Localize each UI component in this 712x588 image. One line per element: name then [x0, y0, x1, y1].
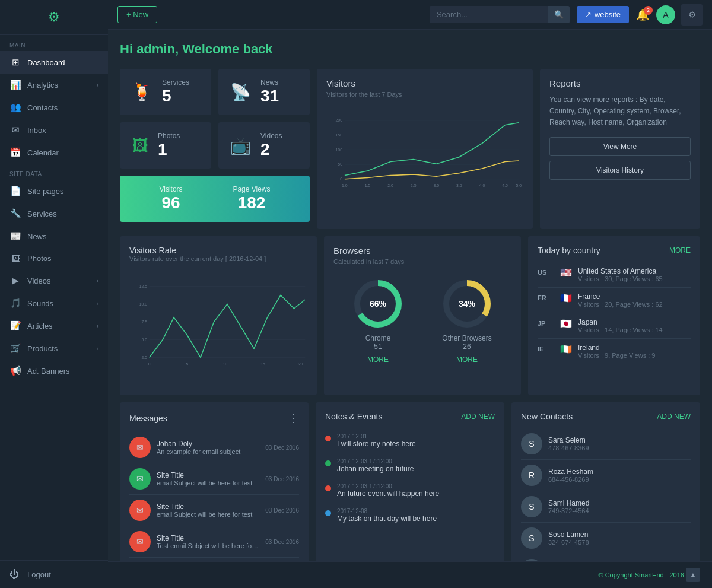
sidebar-item-label: Calendar: [27, 148, 98, 157]
contacts-icon: 👥: [9, 102, 21, 113]
sidebar-item-products[interactable]: 🛒 Products ›: [0, 337, 108, 360]
contact-item-4[interactable]: S Soso Lamen 324-674-4578: [521, 523, 691, 554]
country-more-button[interactable]: MORE: [669, 246, 691, 255]
svg-text:5.0: 5.0: [516, 183, 522, 187]
chrome-more-button[interactable]: MORE: [367, 355, 389, 364]
visitors-summary-value: 96: [159, 193, 182, 212]
contact-avatar-3: S: [521, 496, 542, 517]
message-item-3[interactable]: ✉ Site Title email Subject will be here …: [129, 495, 299, 526]
notes-title: Notes & Events: [325, 412, 383, 421]
bell-badge: 2: [644, 6, 653, 15]
sidebar-item-inbox[interactable]: ✉ Inbox: [0, 119, 108, 141]
country-code-jp: JP: [538, 320, 554, 327]
photos-icon: 🖼: [9, 253, 21, 263]
footer-text: © Copyright: [598, 571, 634, 579]
notifications-bell[interactable]: 🔔 2: [636, 8, 649, 21]
sidebar-item-videos[interactable]: ▶ Videos ›: [0, 269, 108, 292]
sidebar-item-calendar[interactable]: 📅 Calendar: [0, 141, 108, 164]
sidebar-item-label: Articles: [27, 322, 97, 330]
message-date-4: 03 Dec 2016: [265, 539, 299, 545]
sidebar-item-photos[interactable]: 🖼 Photos: [0, 247, 108, 269]
logout-icon: ⏻: [9, 569, 21, 580]
chrome-label: Chrome: [365, 334, 391, 342]
other-more-button[interactable]: MORE: [456, 355, 478, 364]
svg-text:20: 20: [298, 362, 303, 366]
svg-text:0: 0: [148, 362, 151, 366]
contact-item-1[interactable]: S Sara Selem 478-467-8369: [521, 428, 691, 460]
services-stat-card: 🍹 Services 5: [120, 69, 211, 115]
logout-button[interactable]: ⏻ Logout: [0, 560, 108, 588]
note-date-1: 2017-12-01: [337, 433, 416, 440]
visitors-chart-title: Visitors: [326, 78, 523, 88]
contact-item-5[interactable]: A Adam Ali 589-234-2342: [521, 554, 691, 561]
message-item-4[interactable]: ✉ Site Title Test email Subject will be …: [129, 526, 299, 558]
message-date-1: 03 Dec 2016: [265, 444, 299, 451]
svg-text:100: 100: [335, 148, 342, 152]
sidebar-item-label: Analytics: [27, 81, 97, 90]
svg-text:1.0: 1.0: [342, 183, 348, 187]
sidebar-item-site-pages[interactable]: 📄 Site pages: [0, 180, 108, 202]
visitors-rate-title: Visitors Rate: [129, 246, 307, 255]
note-date-4: 2017-12-08: [337, 508, 437, 514]
sidebar-item-ad-banners[interactable]: 📢 Ad. Banners: [0, 360, 108, 382]
sidebar-logo: ⚙: [0, 0, 108, 35]
analytics-icon: 📊: [9, 80, 21, 90]
chevron-right-icon: ›: [97, 82, 98, 88]
contacts-add-new-button[interactable]: ADD NEW: [657, 412, 691, 421]
sidebar-item-analytics[interactable]: 📊 Analytics ›: [0, 74, 108, 96]
svg-text:12.5: 12.5: [139, 284, 147, 288]
calendar-icon: 📅: [9, 147, 21, 158]
note-item-4: 2017-12-08 My task on that day will be h…: [325, 503, 495, 527]
sidebar-item-articles[interactable]: 📝 Articles ›: [0, 314, 108, 337]
search-button[interactable]: 🔍: [548, 6, 570, 23]
message-name-2: Site Title: [157, 471, 259, 479]
view-more-button[interactable]: View More: [549, 137, 691, 156]
message-item-1[interactable]: ✉ Johan Doly An example for email subjec…: [129, 432, 299, 463]
flag-ie: 🇮🇪: [560, 344, 572, 355]
browsers-subtitle: Calculated in last 7 days: [333, 258, 511, 265]
contact-phone-4: 324-674-4578: [548, 539, 589, 546]
chevron-right-icon: ›: [97, 323, 98, 329]
note-date-3: 2017-12-03 17:12:00: [337, 483, 439, 490]
new-contacts-card: New Contacts ADD NEW S Sara Selem 478-46…: [511, 402, 700, 561]
visitors-history-button[interactable]: Visitors History: [549, 161, 691, 180]
sidebar-item-sounds[interactable]: 🎵 Sounds ›: [0, 292, 108, 314]
messages-options-button[interactable]: ⋮: [288, 412, 299, 425]
svg-text:3.0: 3.0: [433, 183, 439, 187]
sidebar-item-contacts[interactable]: 👥 Contacts: [0, 96, 108, 119]
sidebar-item-dashboard[interactable]: ⊞ Dashboard: [0, 51, 108, 74]
message-body-2: Site Title email Subject will be here fo…: [157, 471, 259, 487]
visitors-rate-subtitle: Visitors rate over the current day [ 201…: [129, 255, 307, 262]
new-button[interactable]: + New: [117, 6, 157, 23]
notes-add-new-button[interactable]: ADD NEW: [461, 412, 495, 421]
sidebar-item-label: Products: [27, 344, 97, 353]
user-avatar[interactable]: A: [656, 5, 675, 24]
welcome-text: , Welcome back: [175, 42, 273, 56]
sidebar-item-services[interactable]: 🔧 Services: [0, 202, 108, 225]
sidebar-item-label: Site pages: [27, 187, 98, 196]
visitors-summary: Visitors 96: [159, 185, 182, 212]
svg-text:15: 15: [260, 362, 265, 366]
pageviews-summary-label: Page Views: [233, 185, 270, 193]
news-stat-icon: 📡: [230, 82, 251, 102]
sidebar-item-label: Photos: [27, 254, 98, 263]
contact-item-2[interactable]: R Roza Hesham 684-456-8269: [521, 460, 691, 491]
reports-card: Reports You can view more reports : By d…: [540, 69, 700, 229]
svg-text:2.5: 2.5: [142, 355, 148, 360]
contact-avatar-4: S: [521, 527, 542, 549]
message-avatar-1: ✉: [129, 437, 151, 458]
photos-stat-value: 1: [158, 140, 180, 159]
contact-item-3[interactable]: S Sami Hamed 749-372-4564: [521, 491, 691, 523]
svg-text:0: 0: [340, 177, 342, 181]
sidebar-item-news[interactable]: 📰 News: [0, 225, 108, 247]
message-name-4: Site Title: [157, 534, 259, 542]
scroll-up-button[interactable]: ▲: [686, 568, 700, 582]
search-input[interactable]: [430, 6, 548, 23]
flag-fr: 🇫🇷: [560, 293, 572, 304]
country-name-fr: France: [578, 293, 663, 301]
website-button[interactable]: ↗ website: [577, 6, 629, 23]
message-item-2[interactable]: ✉ Site Title email Subject will be here …: [129, 463, 299, 495]
note-text-3: An future event will happen here: [337, 490, 439, 498]
message-name-1: Johan Doly: [157, 440, 259, 448]
topbar-settings-button[interactable]: ⚙: [681, 4, 703, 26]
